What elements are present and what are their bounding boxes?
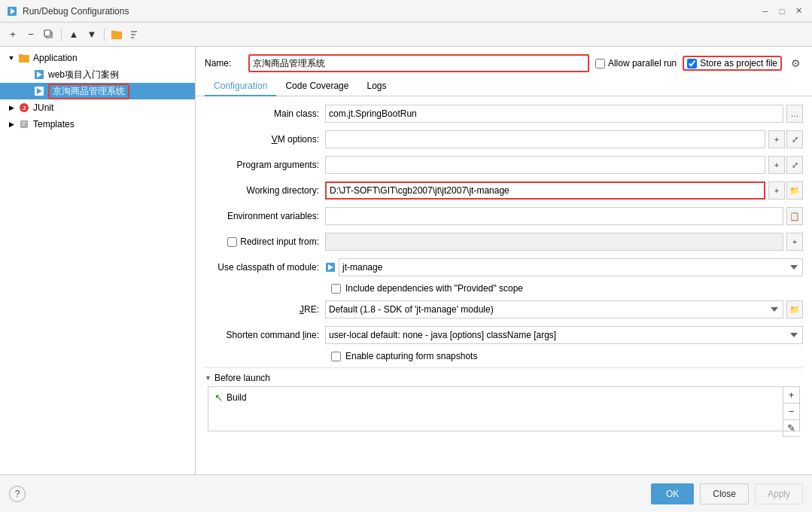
title-bar: Run/Debug Configurations ─ □ ✕ (0, 0, 812, 23)
copy-config-button[interactable] (41, 26, 57, 43)
svg-rect-13 (20, 120, 28, 128)
main-container: ▼ Application ▶ web项目入门案例 ▶ 京淘商品管理系统 ▶ (0, 47, 812, 474)
env-vars-input[interactable] (325, 207, 783, 225)
vm-options-label: VM options: (205, 134, 325, 145)
main-class-browse-button[interactable]: … (786, 105, 803, 123)
tab-configuration[interactable]: Configuration (205, 77, 276, 96)
toolbar-separator-1 (61, 28, 62, 41)
bottom-bar: ? OK Close Apply (0, 474, 812, 512)
vm-options-btn-group: + ⤢ (768, 130, 803, 148)
close-dialog-button[interactable]: Close (700, 483, 749, 504)
env-vars-browse-button[interactable]: 📋 (786, 207, 803, 225)
bottom-buttons: OK Close Apply (651, 483, 803, 504)
env-vars-row: Environment variables: 📋 (205, 206, 803, 226)
maximize-button[interactable]: □ (774, 4, 789, 19)
add-config-button[interactable]: + (5, 26, 21, 43)
sidebar-group-junit[interactable]: ▶ J JUnit (0, 99, 195, 116)
sidebar-item-jt-system[interactable]: ▶ 京淘商品管理系统 (0, 83, 195, 99)
close-button[interactable]: ✕ (791, 4, 806, 19)
before-launch-add-button[interactable]: + (783, 387, 799, 404)
store-project-area: Store as project file (683, 56, 782, 71)
sidebar-item-web-project[interactable]: ▶ web项目入门案例 (0, 66, 195, 83)
env-vars-label: Environment variables: (205, 211, 325, 221)
expand-arrow-templates: ▶ (6, 119, 17, 130)
program-args-window-button[interactable]: ⤢ (786, 156, 803, 174)
vm-options-row: VM options: + ⤢ (205, 130, 803, 149)
tab-logs[interactable]: Logs (357, 77, 395, 96)
build-arrow-icon: ↖ (214, 392, 224, 404)
working-dir-label: Working directory: (205, 185, 325, 196)
redirect-input-label: Redirect input from: (240, 236, 319, 247)
jre-folder-button[interactable]: 📁 (786, 300, 803, 318)
include-deps-row: Include dependencies with "Provided" sco… (205, 283, 803, 294)
program-args-expand-button[interactable]: + (768, 156, 785, 174)
vm-options-window-button[interactable]: ⤢ (786, 130, 803, 148)
redirect-input-browse-button[interactable]: + (786, 233, 803, 251)
templates-label: Templates (33, 119, 75, 130)
classpath-row: Use classpath of module: jt-manage (205, 258, 803, 277)
folder-button[interactable] (108, 26, 125, 43)
capture-snapshots-label: Enable capturing form snapshots (345, 351, 477, 361)
before-launch-title: Before launch (214, 373, 270, 383)
working-dir-browse-button[interactable]: 📁 (786, 181, 803, 200)
move-down-button[interactable]: ▼ (84, 26, 100, 43)
capture-snapshots-row: Enable capturing form snapshots (205, 351, 803, 361)
parallel-run-area: Allow parallel run (595, 58, 677, 69)
working-dir-expand-button[interactable]: + (768, 181, 785, 200)
sidebar: ▼ Application ▶ web项目入门案例 ▶ 京淘商品管理系统 ▶ (0, 47, 196, 474)
help-button[interactable]: ? (9, 486, 26, 502)
name-input[interactable] (248, 54, 589, 72)
working-dir-btn-group: + 📁 (768, 181, 803, 200)
redirect-input-input[interactable] (325, 233, 783, 251)
main-class-input[interactable] (325, 105, 783, 123)
jre-select[interactable]: Default (1.8 - SDK of 'jt-manage' module… (325, 300, 783, 318)
name-row: Name: Allow parallel run Store as projec… (196, 47, 812, 77)
working-dir-input[interactable] (325, 181, 765, 200)
capture-snapshots-checkbox[interactable] (331, 352, 341, 361)
include-deps-checkbox[interactable] (331, 284, 341, 294)
move-up-button[interactable]: ▲ (65, 26, 82, 43)
jre-btn-group: 📁 (786, 300, 803, 318)
toolbar: + − ▲ ▼ (0, 23, 812, 47)
program-args-label: Program arguments: (205, 160, 325, 170)
before-launch-remove-button[interactable]: − (783, 404, 799, 420)
redirect-input-row: Redirect input from: + (205, 232, 803, 251)
before-launch-controls: + − ✎ (783, 387, 799, 437)
main-class-label: Main class: (205, 108, 325, 119)
before-launch-section: ▼ Before launch ↖ Build + − ✎ (205, 367, 803, 431)
allow-parallel-label: Allow parallel run (608, 58, 677, 69)
svg-text:J: J (23, 105, 26, 111)
apply-button[interactable]: Apply (755, 483, 803, 504)
redirect-input-checkbox[interactable] (227, 237, 237, 247)
program-args-input[interactable] (325, 156, 765, 174)
build-list-item[interactable]: ↖ Build (208, 387, 799, 408)
shorten-cmd-label: Shorten command line: (205, 330, 325, 340)
jre-row: JRE: Default (1.8 - SDK of 'jt-manage' m… (205, 300, 803, 319)
tab-code-coverage[interactable]: Code Coverage (276, 77, 357, 96)
redirect-input-btn-group: + (786, 233, 803, 251)
shorten-cmd-select[interactable]: user-local default: none - java [options… (325, 326, 803, 344)
classpath-label: Use classpath of module: (205, 262, 325, 273)
sidebar-group-templates[interactable]: ▶ Templates (0, 116, 195, 133)
config-area: Main class: … VM options: + ⤢ (196, 96, 812, 474)
title-bar-icon (6, 5, 18, 17)
ok-button[interactable]: OK (651, 483, 694, 504)
allow-parallel-checkbox[interactable] (595, 59, 605, 69)
name-field-label: Name: (205, 58, 242, 69)
store-project-checkbox[interactable] (687, 59, 697, 69)
settings-button[interactable]: ⚙ (788, 56, 803, 71)
classpath-select[interactable]: jt-manage (339, 258, 803, 276)
sidebar-group-application[interactable]: ▼ Application (0, 50, 195, 66)
jt-system-label: 京淘商品管理系统 (48, 84, 129, 99)
minimize-button[interactable]: ─ (758, 4, 773, 19)
remove-config-button[interactable]: − (23, 26, 39, 43)
before-launch-edit-button[interactable]: ✎ (783, 420, 799, 437)
toolbar-separator-2 (104, 28, 105, 41)
vm-options-input[interactable] (325, 130, 765, 148)
junit-icon: J (18, 102, 30, 114)
sort-button[interactable] (126, 26, 143, 43)
before-launch-triangle: ▼ (205, 374, 211, 382)
vm-options-expand-button[interactable]: + (768, 130, 785, 148)
program-args-btn-group: + ⤢ (768, 156, 803, 174)
svg-rect-3 (44, 30, 50, 36)
